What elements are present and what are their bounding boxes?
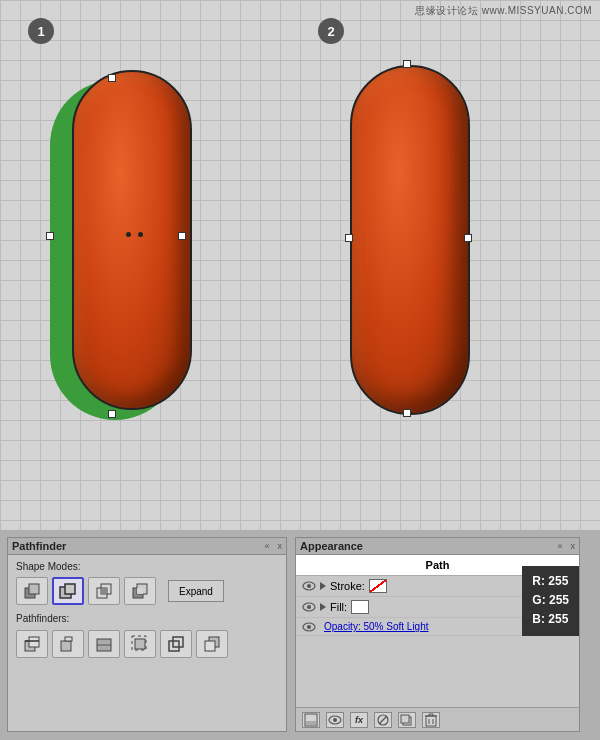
svg-rect-11 — [29, 637, 39, 647]
stroke-triangle[interactable] — [320, 582, 326, 590]
step-1-circle: 1 — [28, 18, 54, 44]
step-2-circle: 2 — [318, 18, 344, 44]
opacity-label[interactable]: Opacity: 50% Soft Light — [324, 621, 429, 632]
pathfinder-header: Pathfinder « x — [8, 538, 286, 555]
crop-btn[interactable] — [124, 630, 156, 658]
pill-2-main — [350, 65, 470, 415]
exclude-btn[interactable] — [124, 577, 156, 605]
fill-eye[interactable] — [302, 602, 316, 612]
handle-bottom-mid — [108, 410, 116, 418]
svg-rect-17 — [135, 639, 145, 649]
pathfinders-label: Pathfinders: — [16, 613, 278, 624]
stroke-label: Stroke: — [330, 580, 365, 592]
handle-top-mid — [108, 74, 116, 82]
watermark: 思缘设计论坛 www.MISSYUAN.COM — [415, 4, 592, 18]
intersect-btn[interactable] — [88, 577, 120, 605]
handle2-top-mid — [403, 60, 411, 68]
svg-rect-36 — [401, 715, 409, 723]
opacity-eye[interactable] — [302, 622, 316, 632]
svg-rect-3 — [65, 584, 75, 594]
expand-button[interactable]: Expand — [168, 580, 224, 602]
minus-front-btn[interactable] — [52, 577, 84, 605]
appearance-collapse[interactable]: « — [557, 541, 562, 551]
svg-point-26 — [307, 605, 311, 609]
trim-btn[interactable] — [52, 630, 84, 658]
appearance-close[interactable]: x — [571, 541, 576, 551]
shape-1-container — [50, 60, 210, 460]
duplicate-btn[interactable] — [398, 712, 416, 728]
svg-point-32 — [333, 718, 337, 722]
toggle-visibility-btn[interactable] — [326, 712, 344, 728]
svg-rect-20 — [173, 637, 183, 647]
merge-btn[interactable] — [88, 630, 120, 658]
svg-rect-22 — [205, 641, 215, 651]
minus-back-btn[interactable] — [196, 630, 228, 658]
fill-label: Fill: — [330, 601, 347, 613]
shape-2-container — [340, 60, 480, 450]
svg-rect-37 — [426, 716, 436, 726]
svg-rect-14 — [65, 637, 72, 641]
handle2-right-mid — [464, 234, 472, 242]
pill-1-main — [72, 70, 192, 410]
pathfinder-close[interactable]: x — [278, 541, 283, 551]
delete-btn[interactable] — [422, 712, 440, 728]
canvas-area: 思缘设计论坛 www.MISSYUAN.COM 1 2 — [0, 0, 600, 530]
stroke-swatch[interactable] — [369, 579, 387, 593]
stroke-eye[interactable] — [302, 581, 316, 591]
svg-point-28 — [307, 625, 311, 629]
divide-btn[interactable] — [16, 630, 48, 658]
svg-rect-30 — [306, 721, 316, 725]
appearance-controls: « x — [557, 541, 575, 551]
svg-rect-19 — [169, 641, 179, 651]
handle2-bottom-mid — [403, 409, 411, 417]
rgb-tooltip: R: 255 G: 255 B: 255 — [522, 566, 579, 636]
rgb-g: G: 255 — [532, 591, 569, 610]
pathfinder-panel: Pathfinder « x Shape Modes: — [7, 537, 287, 732]
pathfinder-title: Pathfinder — [12, 540, 66, 552]
rgb-r: R: 255 — [532, 572, 569, 591]
svg-rect-13 — [61, 641, 71, 651]
svg-rect-9 — [137, 588, 143, 594]
fx-btn[interactable]: fx — [350, 712, 368, 728]
appearance-panel: Appearance « x Path Stroke: Fill: — [295, 537, 580, 732]
appearance-header: Appearance « x — [296, 538, 579, 555]
fill-triangle[interactable] — [320, 603, 326, 611]
appearance-footer: fx — [296, 707, 579, 731]
unite-btn[interactable] — [16, 577, 48, 605]
shape-modes-row: Expand — [16, 577, 278, 605]
new-layer-btn[interactable] — [302, 712, 320, 728]
pathfinders-row — [16, 630, 278, 658]
pathfinder-body: Shape Modes: Expand — [8, 555, 286, 664]
pathfinder-controls: « x — [264, 541, 282, 551]
pathfinder-collapse[interactable]: « — [264, 541, 269, 551]
handle-left-mid — [46, 232, 54, 240]
svg-line-34 — [379, 716, 387, 724]
outline-btn[interactable] — [160, 630, 192, 658]
rgb-b: B: 255 — [532, 610, 569, 629]
panels-area: Pathfinder « x Shape Modes: — [0, 530, 600, 740]
dot-2 — [138, 232, 143, 237]
svg-rect-1 — [29, 584, 39, 594]
svg-rect-6 — [101, 588, 107, 594]
handle-right-mid — [178, 232, 186, 240]
dot-1 — [126, 232, 131, 237]
fill-swatch[interactable] — [351, 600, 369, 614]
shape-modes-label: Shape Modes: — [16, 561, 278, 572]
svg-point-24 — [307, 584, 311, 588]
appearance-title: Appearance — [300, 540, 363, 552]
handle2-left-mid — [345, 234, 353, 242]
clear-appearance-btn[interactable] — [374, 712, 392, 728]
